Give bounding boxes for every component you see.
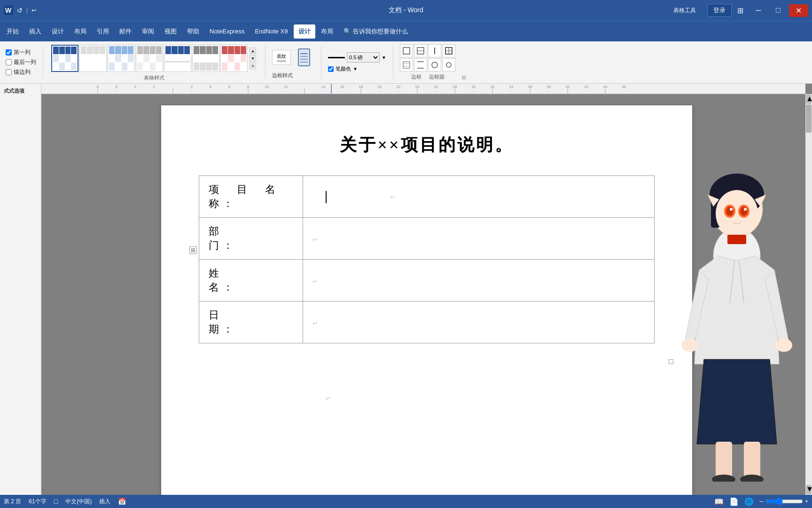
menu-references[interactable]: 引用 bbox=[92, 24, 114, 39]
table-value-project[interactable]: | ↵ bbox=[303, 176, 655, 218]
first-col-checkbox[interactable] bbox=[6, 49, 12, 56]
input-mode[interactable]: 插入 bbox=[99, 498, 110, 506]
minimize-button[interactable]: ─ bbox=[749, 4, 767, 16]
language-indicator[interactable]: 中文(中国) bbox=[65, 498, 92, 506]
menu-review[interactable]: 审阅 bbox=[137, 24, 159, 39]
close-button[interactable]: ✕ bbox=[789, 4, 808, 17]
svg-rect-77 bbox=[331, 84, 332, 94]
table-style-7[interactable] bbox=[220, 45, 248, 72]
menu-help[interactable]: 帮助 bbox=[182, 24, 204, 39]
undo-icon[interactable]: ↩ bbox=[31, 7, 36, 14]
page-icon[interactable]: □ bbox=[54, 498, 58, 505]
scroll-down-arrow[interactable]: ▼ bbox=[806, 485, 812, 494]
print-layout-btn[interactable]: 📄 bbox=[729, 497, 739, 506]
web-layout-btn[interactable]: 🌐 bbox=[744, 497, 754, 506]
return-mark-4: ↵ bbox=[312, 320, 322, 327]
view-toggle-icon[interactable]: ⊞ bbox=[734, 4, 747, 17]
menu-noteexpress[interactable]: NoteExpress bbox=[205, 25, 249, 38]
last-col-checkbox[interactable] bbox=[6, 59, 12, 65]
pen-color-dropdown[interactable]: ▼ bbox=[353, 66, 358, 71]
table-label-name[interactable]: 姓 名： bbox=[199, 260, 303, 302]
title-bar-left: W ↺ | ↩ bbox=[4, 6, 36, 15]
svg-point-95 bbox=[681, 339, 698, 352]
scrollbar-thumb[interactable] bbox=[806, 104, 812, 133]
table-style-2[interactable] bbox=[79, 45, 107, 72]
table-label-project[interactable]: 项 目 名 称： bbox=[199, 176, 303, 218]
menu-bar: 开始 插入 设计 布局 引用 邮件 审阅 视图 帮助 NoteExpress E… bbox=[0, 21, 812, 41]
zoom-plus[interactable]: + bbox=[805, 498, 808, 505]
table-label-dept[interactable]: 部 门： bbox=[199, 218, 303, 260]
divider-4 bbox=[393, 46, 393, 79]
zoom-slider[interactable]: ─ + bbox=[759, 498, 808, 505]
svg-text:24: 24 bbox=[415, 85, 420, 89]
table-value-name[interactable]: ↵ bbox=[303, 260, 655, 302]
banded-col-checkbox[interactable] bbox=[6, 69, 12, 75]
border-btn-4[interactable] bbox=[442, 44, 455, 57]
border-style-button[interactable] bbox=[294, 46, 314, 69]
menu-table-design[interactable]: 设计 bbox=[294, 24, 315, 39]
table-row-3: 姓 名： ↵ bbox=[199, 260, 655, 302]
menu-insert[interactable]: 插入 bbox=[24, 24, 46, 39]
border-btn-8[interactable] bbox=[442, 58, 455, 71]
svg-text:46: 46 bbox=[622, 85, 626, 89]
border-btn-6[interactable] bbox=[414, 58, 427, 71]
table-style-5[interactable] bbox=[164, 45, 191, 72]
return-mark-1: ↵ bbox=[390, 194, 399, 201]
shading-color-bar bbox=[277, 60, 286, 62]
maximize-button[interactable]: □ bbox=[769, 4, 787, 16]
content-area: 式式选项 8 6 4 2 bbox=[0, 84, 812, 495]
border-btn-3[interactable] bbox=[428, 44, 441, 57]
border-width-select[interactable]: 0.5 磅 1 磅 1.5 磅 2.25 磅 bbox=[347, 52, 380, 63]
border-width-dropdown[interactable]: ▼ bbox=[382, 55, 386, 60]
border-btn-7[interactable] bbox=[428, 58, 441, 71]
toolbar: 第一列 最后一列 镶边列 bbox=[0, 41, 812, 84]
border-btn-5[interactable] bbox=[400, 58, 413, 71]
read-mode-btn[interactable]: 📖 bbox=[714, 497, 724, 506]
svg-text:12: 12 bbox=[284, 85, 288, 89]
calendar-icon[interactable]: 📅 bbox=[118, 498, 126, 505]
table-style-4[interactable] bbox=[136, 45, 163, 72]
menu-mailings[interactable]: 邮件 bbox=[115, 24, 136, 39]
menu-table-layout[interactable]: 布局 bbox=[316, 24, 338, 39]
menu-layout[interactable]: 布局 bbox=[70, 24, 91, 39]
svg-text:4: 4 bbox=[134, 85, 137, 89]
menu-endnote[interactable]: EndNote X9 bbox=[250, 25, 292, 38]
ribbon-scroll[interactable]: ▲ ▼ ≡ bbox=[249, 47, 257, 70]
border-buttons-grid bbox=[400, 44, 455, 71]
border-btn-2[interactable] bbox=[414, 44, 427, 57]
svg-text:8: 8 bbox=[97, 85, 99, 89]
login-button[interactable]: 登录 bbox=[707, 4, 732, 17]
svg-text:16: 16 bbox=[340, 85, 344, 89]
scroll-more-btn[interactable]: ≡ bbox=[250, 63, 256, 69]
add-table-btn[interactable]: ⊞ bbox=[189, 246, 197, 254]
document-title[interactable]: 关于××项目的说明。 bbox=[199, 134, 655, 157]
table-style-1[interactable] bbox=[51, 45, 78, 72]
svg-rect-2 bbox=[298, 49, 310, 66]
menu-view[interactable]: 视图 bbox=[160, 24, 181, 39]
border-btn-1[interactable] bbox=[400, 44, 413, 57]
table-value-date[interactable]: ↵ bbox=[303, 302, 655, 343]
scroll-up-btn[interactable]: ▲ bbox=[250, 48, 256, 54]
scroll-up-arrow[interactable]: ▲ bbox=[806, 95, 812, 104]
table-value-dept[interactable]: ↵ bbox=[303, 218, 655, 260]
expand-btn[interactable]: ⊡ bbox=[462, 75, 468, 80]
scroll-down-btn[interactable]: ▼ bbox=[250, 55, 256, 62]
svg-rect-19 bbox=[432, 62, 437, 68]
svg-rect-7 bbox=[403, 48, 410, 54]
document-table: 项 目 名 称： | ↵ 部 门： bbox=[199, 175, 655, 343]
table-label-date[interactable]: 日 期： bbox=[199, 302, 303, 343]
menu-design[interactable]: 设计 bbox=[47, 24, 69, 39]
shading-button[interactable]: 底纹 bbox=[272, 50, 291, 65]
pen-color-checkbox[interactable] bbox=[328, 66, 334, 72]
menu-home[interactable]: 开始 bbox=[2, 24, 23, 39]
checkbox-first-col[interactable]: 第一列 bbox=[6, 48, 36, 56]
refresh-icon[interactable]: ↺ bbox=[17, 7, 23, 14]
zoom-range[interactable] bbox=[765, 498, 803, 505]
menu-search[interactable]: 🔍 告诉我你想要做什么 bbox=[339, 24, 413, 39]
table-style-3[interactable] bbox=[108, 45, 135, 72]
zoom-minus[interactable]: ─ bbox=[759, 498, 764, 505]
checkbox-banded-col[interactable]: 镶边列 bbox=[6, 68, 36, 76]
checkbox-last-col[interactable]: 最后一列 bbox=[6, 58, 36, 66]
svg-point-83 bbox=[716, 190, 758, 237]
table-style-6[interactable] bbox=[192, 45, 219, 72]
